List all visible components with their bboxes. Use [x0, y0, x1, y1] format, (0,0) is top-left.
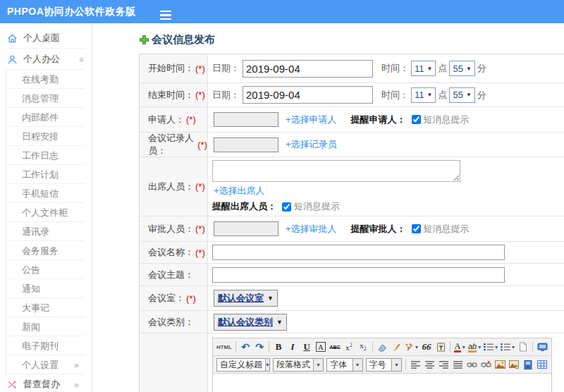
- pick-approver-link[interactable]: +选择审批人: [286, 223, 337, 235]
- approver-sms-checkbox[interactable]: [412, 224, 421, 233]
- remind-approver-label: 提醒审批人：: [351, 223, 406, 235]
- paragraph-format-select[interactable]: 段落格式▾: [273, 358, 324, 372]
- minute-unit: 分: [477, 89, 486, 102]
- insert-image-button[interactable]: [493, 357, 507, 372]
- superscript-button[interactable]: x2: [342, 340, 356, 354]
- sub-item-label: 公告: [22, 264, 40, 275]
- remove-link-button[interactable]: [479, 357, 493, 372]
- select-arrow-icon: ▼: [466, 66, 472, 72]
- insert-media-button[interactable]: [521, 357, 535, 372]
- brush-icon: [391, 343, 401, 352]
- unordered-list-button[interactable]: ▾: [499, 340, 516, 354]
- start-date-input[interactable]: [243, 60, 373, 78]
- ordered-list-button[interactable]: ▾: [482, 340, 499, 354]
- new-page-button[interactable]: [516, 340, 530, 354]
- subscript-button[interactable]: x2: [356, 340, 370, 354]
- sidebar-item-ejournal[interactable]: 电子期刊: [6, 336, 92, 355]
- label-text: 会议名称：: [148, 246, 194, 259]
- applicant-input[interactable]: [214, 112, 278, 127]
- sidebar-item-online-attendance[interactable]: 在线考勤: [6, 70, 92, 89]
- blockquote-button[interactable]: 66: [419, 340, 434, 354]
- table-icon: [537, 360, 547, 369]
- hour-unit: 点: [438, 89, 447, 102]
- highlight-button[interactable]: ab▾: [467, 340, 482, 354]
- align-center-button[interactable]: [422, 357, 436, 372]
- special-format-button[interactable]: ▾: [403, 340, 419, 354]
- required-mark: (*): [186, 293, 196, 304]
- end-minute-select[interactable]: 55 ▼: [449, 87, 474, 103]
- bold-button[interactable]: B: [271, 340, 286, 354]
- justify-button[interactable]: [450, 357, 465, 372]
- sidebar-item-personal-office[interactable]: 个人办公 »: [0, 49, 92, 70]
- sidebar-item-message-management[interactable]: 消息管理: [6, 89, 92, 108]
- sidebar-item-label: 个人桌面: [23, 32, 60, 44]
- sub-item-label: 大事记: [22, 302, 49, 313]
- field-label-empty: [140, 333, 208, 392]
- meeting-category-select[interactable]: 默认会议类别 ▼: [214, 314, 287, 331]
- sidebar-item-notice[interactable]: 通知: [6, 279, 92, 298]
- sidebar-item-news[interactable]: 新闻: [6, 317, 92, 336]
- meeting-name-input[interactable]: [212, 245, 505, 260]
- source-code-button[interactable]: HTML: [215, 340, 233, 354]
- sidebar-item-memorabilia[interactable]: 大事记: [6, 298, 92, 317]
- remove-format-button[interactable]: A: [314, 340, 328, 354]
- strikethrough-button[interactable]: ABC: [328, 340, 342, 354]
- required-mark: (*): [186, 114, 196, 125]
- label-text: 会议主题：: [148, 269, 194, 281]
- insert-link-button[interactable]: [465, 357, 479, 372]
- sidebar: 个人桌面 个人办公 » 在线考勤 消息管理 内部邮件 日程安排 工作日志 工作计…: [0, 23, 92, 392]
- editor-content-area[interactable]: [213, 374, 551, 392]
- sidebar-item-personal-settings[interactable]: 个人设置 »: [6, 355, 92, 374]
- sidebar-item-internal-mail[interactable]: 内部邮件: [6, 108, 92, 127]
- undo-button[interactable]: ↶: [238, 340, 252, 354]
- insert-table-button[interactable]: [535, 357, 549, 372]
- sidebar-item-supervision[interactable]: 督查督办 »: [0, 374, 92, 392]
- italic-button[interactable]: I: [286, 340, 300, 354]
- pick-recorder-link[interactable]: +选择记录员: [286, 138, 337, 151]
- font-size-select[interactable]: 字号▾: [366, 358, 403, 372]
- font-family-select[interactable]: 字体▾: [326, 358, 363, 372]
- menu-toggle-button[interactable]: [160, 4, 171, 20]
- insert-net-image-button[interactable]: [507, 357, 521, 372]
- sidebar-item-announcement[interactable]: 公告: [6, 260, 92, 279]
- sidebar-item-sms[interactable]: 手机短信: [6, 184, 92, 203]
- sidebar-item-schedule[interactable]: 日程安排: [6, 127, 92, 146]
- sidebar-item-personal-files[interactable]: 个人文件柜: [6, 203, 92, 222]
- start-hour-select[interactable]: 11 ▼: [411, 61, 436, 76]
- align-left-button[interactable]: [408, 357, 422, 372]
- attendees-sms-checkbox[interactable]: [282, 202, 291, 212]
- eraser-button[interactable]: [375, 340, 389, 354]
- start-minute-select[interactable]: 55 ▼: [449, 61, 474, 76]
- end-date-input[interactable]: [243, 86, 373, 104]
- pick-attendees-link[interactable]: +选择出席人: [214, 185, 265, 197]
- applicant-sms-checkbox[interactable]: [412, 115, 421, 124]
- format-brush-button[interactable]: [389, 340, 403, 354]
- end-hour-select[interactable]: 11 ▼: [411, 87, 436, 103]
- sidebar-item-work-log[interactable]: 工作日志: [6, 146, 92, 165]
- sidebar-item-work-plan[interactable]: 工作计划: [6, 165, 92, 184]
- font-color-button[interactable]: A▾: [453, 340, 467, 354]
- underline-button[interactable]: U: [300, 340, 314, 354]
- paste-text-button[interactable]: [434, 340, 448, 354]
- redo-button[interactable]: ↷: [252, 340, 266, 354]
- required-mark: (*): [195, 90, 205, 100]
- align-right-button[interactable]: [436, 357, 450, 372]
- field-content: +选择记录员: [208, 133, 564, 157]
- sms-hint-label: 短消息提示: [424, 114, 470, 126]
- sidebar-item-contacts[interactable]: 通讯录: [6, 222, 92, 241]
- row-meeting-subject: 会议主题：: [140, 264, 564, 286]
- sidebar-item-personal-desktop[interactable]: 个人桌面: [0, 27, 92, 49]
- size-select-label: 字号: [367, 359, 389, 371]
- approver-input[interactable]: [214, 221, 278, 236]
- pick-applicant-link[interactable]: +选择申请人: [286, 114, 337, 126]
- meeting-subject-input[interactable]: [212, 267, 505, 283]
- attendees-textarea[interactable]: [212, 160, 460, 182]
- heading-select[interactable]: 自定义标题▾: [216, 358, 270, 372]
- shuffle-icon: [7, 379, 18, 390]
- sidebar-item-conference-service[interactable]: 会务服务: [6, 241, 92, 260]
- editor-toolbar-row2: 自定义标题▾ 段落格式▾ 字体▾ 字号▾: [213, 356, 551, 374]
- hour-unit: 点: [438, 62, 447, 75]
- recorder-input[interactable]: [214, 137, 278, 152]
- fullscreen-button[interactable]: [535, 340, 549, 354]
- meeting-room-select[interactable]: 默认会议室 ▼: [214, 290, 278, 307]
